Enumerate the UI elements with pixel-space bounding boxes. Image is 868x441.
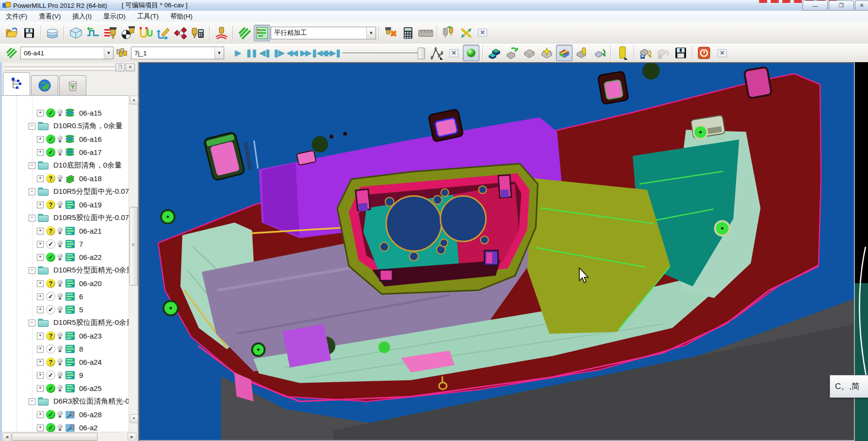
tree-toolpath-row[interactable]: +?06-a20 <box>2 277 127 290</box>
expand-icon[interactable]: + <box>37 411 44 418</box>
expand-icon[interactable]: + <box>37 202 44 208</box>
close-button[interactable]: ✕ <box>855 0 868 11</box>
lightbulb-icon[interactable] <box>57 385 63 392</box>
tool-sphere-icon[interactable] <box>120 25 136 41</box>
workplane-icon[interactable] <box>155 25 171 41</box>
exit-viewmill-button[interactable] <box>696 45 712 61</box>
expand-icon[interactable]: + <box>37 359 44 366</box>
expand-icon[interactable]: + <box>37 149 44 156</box>
lightbulb-icon[interactable] <box>57 136 63 143</box>
tree-item-label[interactable]: 8 <box>79 345 83 353</box>
tree-toolpath-row[interactable]: +?06-a24 <box>2 356 127 369</box>
tree-toolpath-row[interactable]: +?06-a19 <box>2 198 127 211</box>
tree-folder-row[interactable]: −D10底部清角，0余量 <box>2 159 127 172</box>
tree-toolpath-row[interactable]: +?06-a18 <box>2 172 127 185</box>
expand-icon[interactable]: + <box>37 175 44 182</box>
lightbulb-icon[interactable] <box>57 411 63 418</box>
tree-horizontal-scrollbar[interactable]: ◀ ▶ <box>2 432 137 441</box>
collapse-icon[interactable]: − <box>29 267 35 274</box>
collapse-icon[interactable]: − <box>29 320 35 326</box>
tree-item-label[interactable]: 06-a21 <box>79 227 102 235</box>
vertical-scroll-thumb[interactable] <box>130 207 138 286</box>
menu-view[interactable]: 查看(V) <box>33 11 66 22</box>
leads-links-icon[interactable] <box>137 25 154 41</box>
point-to-point-icon[interactable] <box>428 45 445 61</box>
active-strategy-icon[interactable] <box>254 25 270 41</box>
collapse-icon[interactable]: − <box>29 162 35 169</box>
sim-toolpath-combobox[interactable]: 06-a41 ▼ <box>20 47 114 59</box>
tree-toolpath-row[interactable]: +?06-a23 <box>2 329 127 342</box>
tree-toolpath-row[interactable]: +✓06-a15 <box>2 106 127 119</box>
lightbulb-icon[interactable] <box>57 280 63 287</box>
nc-programs-small-icon[interactable] <box>3 45 20 61</box>
menu-tools[interactable]: 工具(T) <box>131 11 164 22</box>
explorer-close-button[interactable]: ✕ <box>126 64 135 71</box>
sim-toolpath-dropdown-arrow[interactable]: ▼ <box>104 47 113 59</box>
slider-handle[interactable] <box>418 48 425 59</box>
tree-item-label[interactable]: 06-a23 <box>79 332 102 340</box>
tree-item-label[interactable]: 06-a15 <box>79 109 102 117</box>
tree-toolpath-row[interactable]: +?06-a21 <box>2 224 127 237</box>
expand-icon[interactable]: + <box>37 280 44 287</box>
tree-folder-row[interactable]: −D10R5胶位面中光-0.07余 <box>2 211 127 224</box>
tree-item-label[interactable]: 06-a2 <box>79 424 98 432</box>
explorer-grip[interactable]: ❐ ✕ <box>2 63 137 71</box>
tree-item-label[interactable]: 06-a22 <box>79 253 102 261</box>
feedrate-tool-icon[interactable] <box>102 25 119 41</box>
tree-toolpath-row[interactable]: +✓5 <box>2 303 127 316</box>
lightbulb-icon[interactable] <box>57 201 63 208</box>
expand-icon[interactable]: + <box>37 254 44 261</box>
lightbulb-icon[interactable] <box>57 424 63 431</box>
lightbulb-icon[interactable] <box>57 372 63 379</box>
sim-tool-dropdown-arrow[interactable]: ▼ <box>214 47 224 59</box>
expand-icon[interactable]: + <box>37 372 44 379</box>
ball-view-button[interactable] <box>463 45 479 61</box>
scroll-right-arrow[interactable]: ▶ <box>128 433 136 441</box>
tree-item-label[interactable]: D10R5胶位面中光-0.07余 <box>53 213 136 222</box>
lightbulb-icon[interactable] <box>57 227 63 235</box>
viewmill-rotate-icon[interactable] <box>591 45 607 61</box>
minimize-button[interactable]: — <box>802 0 828 11</box>
play-button[interactable]: ▶ <box>231 47 244 59</box>
tree-folder-row[interactable]: −D10R0.5清角，0余量 <box>2 119 127 133</box>
print-icon[interactable] <box>44 25 61 41</box>
go-start-button[interactable]: ❚◀◀ <box>313 47 326 59</box>
search-back-button[interactable]: ◀◀ <box>286 47 298 59</box>
tree-item-label[interactable]: 06-a18 <box>79 174 102 183</box>
menu-file[interactable]: 文件(F) <box>0 11 33 22</box>
tree-item-label[interactable]: 9 <box>79 371 83 379</box>
expand-icon[interactable]: + <box>37 346 44 353</box>
block-icon[interactable] <box>67 25 84 41</box>
scroll-left-arrow[interactable]: ◀ <box>2 433 11 441</box>
tree-toolpath-row[interactable]: +✓06-a16 <box>2 133 127 146</box>
horizontal-scroll-thumb[interactable] <box>12 433 98 441</box>
tree-toolpath-row[interactable]: +✓06-a22 <box>2 251 127 264</box>
tree-folder-row[interactable]: −D10R5胶位面精光-0余量 <box>2 316 127 329</box>
nc-programs-icon[interactable] <box>236 25 253 41</box>
collapse-icon[interactable]: − <box>29 215 35 221</box>
lightbulb-icon[interactable] <box>57 240 63 248</box>
tree-item-label[interactable]: D6R3胶位面清角精光-0.0 <box>53 397 135 406</box>
tree-toolpath-row[interactable]: +✓06-a25 <box>2 382 127 395</box>
pattern-icon[interactable] <box>172 25 189 41</box>
lightbulb-icon[interactable] <box>57 175 63 182</box>
toolbar-close-icon[interactable]: ✕ <box>478 29 487 37</box>
tool-cylinder-icon[interactable] <box>614 45 631 61</box>
menu-insert[interactable]: 插入(I) <box>66 11 98 22</box>
viewmill-sparkle-icon[interactable] <box>539 45 555 61</box>
tree-item-label[interactable]: D10底部清角，0余量 <box>53 161 122 170</box>
plunge-check-icon[interactable] <box>213 25 229 41</box>
lightbulb-icon[interactable] <box>57 149 63 156</box>
tree-item-label[interactable]: 06-a25 <box>79 384 102 392</box>
tab-explorer-tree[interactable] <box>3 72 30 95</box>
save-restore-icon[interactable] <box>638 45 654 61</box>
lightbulb-icon[interactable] <box>57 332 63 339</box>
open-project-icon[interactable] <box>3 25 20 41</box>
erase-toolpath-icon[interactable] <box>382 25 399 41</box>
collapse-icon[interactable]: − <box>29 188 35 195</box>
tree-item-label[interactable]: 6 <box>79 292 83 301</box>
tree-folder-row[interactable]: −D6R3胶位面清角精光-0.0 <box>2 395 127 408</box>
tree-item-label[interactable]: D10R5胶位面精光-0余量 <box>53 318 133 327</box>
step-forward-button[interactable]: ❚▶ <box>272 47 285 59</box>
search-forward-button[interactable]: ▶▶ <box>299 47 312 59</box>
